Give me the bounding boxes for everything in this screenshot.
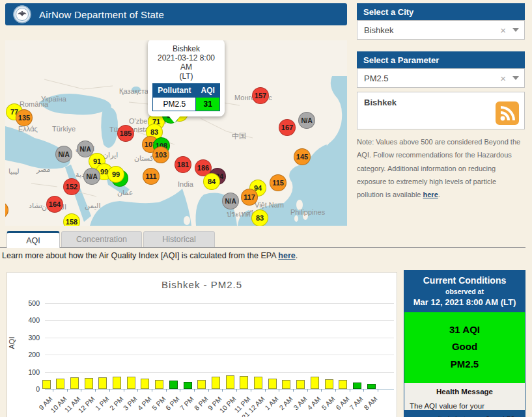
map-aqi-marker[interactable]: 84: [203, 173, 220, 190]
chart-bar[interactable]: [367, 384, 376, 389]
chart-bar[interactable]: [197, 380, 206, 389]
chart-bar[interactable]: [155, 380, 163, 389]
map-aqi-marker[interactable]: 181: [175, 156, 191, 173]
chart-gridline: [45, 355, 394, 355]
rss-icon[interactable]: [496, 101, 519, 125]
chart-bar[interactable]: [311, 377, 319, 389]
health-message-title: Health Message: [410, 388, 520, 396]
chart-y-tick-label: 0: [19, 385, 40, 393]
map-aqi-marker[interactable]: 145: [294, 148, 311, 165]
city-select[interactable]: Bishkek ×: [357, 20, 525, 40]
map-place-label: Ελλάς: [18, 125, 38, 133]
map-place-label: عمان: [117, 189, 133, 197]
popup-datetime: 2021-03-12 8:00 AM: [152, 53, 221, 72]
map-aqi-marker[interactable]: 111: [143, 168, 160, 185]
map-aqi-marker[interactable]: 167: [279, 119, 296, 136]
rss-city-label: Bishkek: [364, 98, 518, 107]
chevron-down-icon[interactable]: [512, 28, 519, 32]
dos-seal-logo: [13, 5, 31, 23]
map-aqi-marker[interactable]: 83: [251, 209, 268, 226]
app-header: AirNow Department of State: [5, 3, 347, 25]
map-aqi-marker[interactable]: 103: [152, 146, 169, 163]
chart-bar[interactable]: [212, 377, 220, 389]
chevron-down-icon[interactable]: [512, 76, 519, 80]
popup-col-aqi: AQI: [196, 84, 219, 98]
map[interactable]: УкраїнаRomâniaΕλλάςTürkiyeҚазақстанO'zbe…: [5, 40, 347, 226]
chart-bar[interactable]: [296, 380, 305, 389]
popup-aqi-value: 31: [196, 98, 219, 111]
map-aqi-marker[interactable]: 117: [241, 189, 258, 206]
map-aqi-marker[interactable]: 115: [270, 174, 287, 191]
observed-datetime: Mar 12, 2021 8:00 AM (LT): [406, 297, 524, 307]
note-here-link[interactable]: here: [423, 191, 438, 198]
map-aqi-marker[interactable]: 164: [46, 196, 63, 213]
chart-bar[interactable]: [353, 383, 361, 389]
chart-bar[interactable]: [85, 378, 93, 389]
chart-gridline: [45, 372, 394, 373]
chart-x-tick: [279, 389, 279, 392]
clear-city-icon[interactable]: ×: [500, 25, 506, 36]
chart-bar[interactable]: [226, 375, 234, 389]
map-place-label: تشاد: [29, 202, 42, 210]
chart-bar[interactable]: [254, 377, 262, 389]
clear-parameter-icon[interactable]: ×: [500, 73, 506, 84]
chart-bar[interactable]: [141, 379, 149, 389]
map-aqi-marker[interactable]: N/A: [222, 193, 239, 209]
map-aqi-marker[interactable]: 135: [16, 109, 33, 126]
map-aqi-marker[interactable]: N/A: [55, 146, 72, 163]
chart-bar[interactable]: [325, 379, 333, 389]
map-popup: Bishkek 2021-03-12 8:00 AM (LT) Pollutan…: [148, 40, 225, 116]
map-aqi-marker[interactable]: 99: [107, 166, 124, 183]
parameter-select[interactable]: PM2.5 ×: [357, 68, 525, 88]
select-city-header: Select a City: [357, 3, 525, 20]
chart-bar[interactable]: [127, 377, 135, 389]
chart-x-tick: [363, 389, 364, 392]
tab-aqi[interactable]: AQI: [7, 231, 60, 248]
aqi-chart-panel: Bishkek - PM2.5 AQI 01002003004005009 AM…: [7, 272, 397, 417]
map-aqi-marker[interactable]: 157: [252, 87, 269, 104]
chart-bar[interactable]: [98, 377, 107, 389]
tab-concentration[interactable]: Concentration: [61, 231, 142, 247]
learn-more-text: Learn more about how the Air Quality Ind…: [2, 251, 298, 260]
chart-x-tick: [109, 389, 110, 392]
chart-bar[interactable]: [339, 380, 347, 389]
chart-x-tick: [137, 389, 138, 392]
epa-here-link[interactable]: here: [278, 251, 295, 260]
chart-y-tick-label: 500: [19, 299, 40, 307]
chart-x-tick: [335, 389, 336, 392]
map-place-label: India: [178, 180, 193, 188]
map-aqi-marker[interactable]: N/A: [83, 168, 100, 185]
chart-bar[interactable]: [56, 379, 64, 389]
note-text: Note: Values above 500 are considered Be…: [357, 138, 520, 198]
chart-bar[interactable]: [184, 382, 192, 389]
chart-x-tick: [180, 389, 180, 392]
chart-bar[interactable]: [240, 376, 248, 389]
chart-y-tick-label: 400: [19, 316, 40, 324]
chart-bar[interactable]: [113, 377, 121, 389]
map-aqi-marker[interactable]: 185: [117, 125, 134, 142]
chart-bar[interactable]: [169, 381, 178, 389]
map-aqi-marker[interactable]: N/A: [298, 112, 315, 129]
map-place-label: 中国: [232, 131, 246, 141]
chart-bar[interactable]: [268, 379, 277, 389]
aqi-pollutant: PM2.5: [404, 356, 525, 373]
map-place-label: ایران: [103, 151, 118, 159]
chart-x-tick: [194, 389, 195, 392]
chart-x-tick: [95, 389, 96, 392]
tab-historical[interactable]: Historical: [143, 231, 215, 247]
map-aqi-marker[interactable]: 158: [63, 213, 80, 226]
parameter-select-value: PM2.5: [364, 74, 500, 83]
aqi-value: 31 AQI: [404, 321, 525, 338]
chart-bar[interactable]: [282, 380, 290, 389]
chart-x-tick: [222, 389, 223, 392]
map-aqi-marker[interactable]: 152: [63, 178, 80, 195]
aqi-category: Good: [404, 338, 525, 355]
chart-y-axis-label: AQI: [8, 337, 16, 349]
chart-x-tick: [166, 389, 167, 392]
current-conditions-panel: Current Conditions observed at Mar 12, 2…: [404, 270, 525, 417]
map-place-label: اليمن: [85, 202, 100, 210]
popup-timezone: (LT): [152, 72, 221, 81]
select-parameter-header: Select a Parameter: [357, 51, 525, 68]
chart-bar[interactable]: [42, 380, 51, 389]
chart-bar[interactable]: [70, 377, 79, 389]
